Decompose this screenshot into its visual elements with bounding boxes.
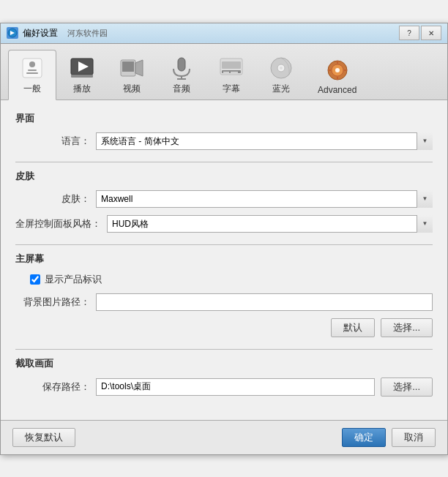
tab-video-label: 视频: [123, 83, 141, 95]
ok-button[interactable]: 确定: [342, 428, 386, 447]
tab-advanced[interactable]: Advanced: [307, 52, 367, 99]
bg-default-button[interactable]: 默认: [331, 318, 375, 337]
audio-icon: [168, 55, 195, 81]
bg-path-label: 背景图片路径：: [15, 296, 96, 309]
tab-row: 一般 播放: [1, 44, 447, 99]
tab-subtitle-label: 字幕: [223, 83, 240, 95]
content-area: 界面 语言： 系统语言 - 简体中文 ▼ 皮肤 皮肤： Maxwell: [1, 100, 447, 420]
fullscreen-row: 全屏控制面板风格： HUD风格 ▼: [15, 215, 433, 233]
svg-rect-12: [178, 58, 185, 71]
app-icon: [7, 27, 18, 39]
bg-btn-row: 默认 选择...: [15, 318, 433, 337]
show-logo-label: 显示产品标识: [45, 273, 102, 286]
tab-audio-label: 音频: [173, 83, 190, 95]
language-select[interactable]: 系统语言 - 简体中文: [96, 132, 433, 150]
skin-label: 皮肤：: [15, 192, 96, 206]
svg-rect-4: [28, 70, 37, 71]
save-path-input[interactable]: [96, 378, 375, 396]
language-row: 语言： 系统语言 - 简体中文 ▼: [15, 132, 433, 150]
save-path-row: 保存路径： 选择...: [15, 378, 433, 397]
svg-rect-7: [71, 75, 93, 78]
footer: 恢复默认 确定 取消: [1, 420, 447, 454]
tab-subtitle[interactable]: 字幕: [207, 50, 255, 99]
subtitle-icon: [218, 55, 244, 81]
screenshot-section: 截取画面 保存路径： 选择...: [15, 357, 433, 397]
tab-general[interactable]: 一般: [8, 50, 56, 100]
tab-advanced-label: Advanced: [318, 85, 356, 95]
window-title: 偏好设置: [23, 28, 58, 38]
svg-rect-19: [222, 61, 241, 69]
svg-point-22: [280, 67, 283, 70]
svg-rect-10: [122, 61, 134, 72]
bluray-icon: [268, 55, 294, 81]
video-icon: [119, 55, 145, 81]
fullscreen-select-wrapper: HUD风格 ▼: [107, 215, 433, 233]
tab-bluray[interactable]: 蓝光: [257, 50, 305, 99]
interface-title: 界面: [15, 112, 433, 125]
help-button[interactable]: ?: [399, 26, 419, 40]
language-select-wrapper: 系统语言 - 简体中文 ▼: [96, 132, 433, 150]
advanced-icon: [324, 57, 351, 83]
cancel-button[interactable]: 取消: [392, 428, 436, 447]
window-controls: ? ✕: [399, 26, 441, 40]
svg-point-3: [29, 61, 35, 67]
divider-1: [15, 162, 433, 162]
watermark-text: 河东软件园: [67, 29, 108, 37]
homescreen-section: 主屏幕 显示产品标识 背景图片路径： 默认 选择...: [15, 252, 433, 337]
svg-rect-18: [231, 72, 238, 73]
svg-point-25: [335, 68, 340, 72]
skin-select[interactable]: Maxwell: [96, 190, 433, 208]
divider-2: [15, 244, 433, 245]
show-logo-checkbox[interactable]: [30, 274, 40, 285]
play-icon: [69, 55, 95, 81]
svg-rect-2: [23, 59, 42, 78]
footer-right-buttons: 确定 取消: [342, 428, 436, 447]
tab-video[interactable]: 视频: [108, 50, 156, 99]
tab-bluray-label: 蓝光: [272, 83, 290, 95]
tab-audio[interactable]: 音频: [157, 50, 206, 99]
skin-title: 皮肤: [15, 170, 433, 183]
bg-path-input[interactable]: [96, 293, 433, 311]
tab-play[interactable]: 播放: [58, 50, 106, 99]
preferences-window: 偏好设置 河东软件园 ? ✕ 一般: [0, 23, 448, 455]
general-icon: [19, 55, 45, 81]
homescreen-title: 主屏幕: [15, 252, 433, 266]
tab-general-label: 一般: [23, 83, 41, 95]
fullscreen-select[interactable]: HUD风格: [107, 215, 433, 233]
save-path-label: 保存路径：: [15, 380, 96, 394]
show-logo-row: 显示产品标识: [15, 273, 433, 286]
screenshot-browse-button[interactable]: 选择...: [381, 378, 433, 397]
title-text: 偏好设置 河东软件园: [23, 27, 399, 40]
reset-button[interactable]: 恢复默认: [12, 428, 75, 447]
interface-section: 界面 语言： 系统语言 - 简体中文 ▼: [15, 112, 433, 150]
title-bar: 偏好设置 河东软件园 ? ✕: [1, 23, 447, 44]
skin-select-wrapper: Maxwell ▼: [96, 190, 433, 208]
language-label: 语言：: [15, 135, 96, 148]
svg-rect-17: [223, 72, 229, 73]
close-button[interactable]: ✕: [421, 26, 441, 40]
svg-rect-5: [26, 72, 38, 74]
skin-row: 皮肤： Maxwell ▼: [15, 190, 433, 208]
screenshot-title: 截取画面: [15, 357, 433, 370]
divider-3: [15, 349, 433, 350]
svg-marker-11: [135, 60, 143, 76]
tab-toolbar: 一般 播放: [1, 44, 447, 100]
bg-path-row: 背景图片路径：: [15, 293, 433, 311]
bg-browse-button[interactable]: 选择...: [381, 318, 433, 337]
fullscreen-label: 全屏控制面板风格：: [15, 217, 107, 230]
skin-section: 皮肤 皮肤： Maxwell ▼ 全屏控制面板风格： HUD风格 ▼: [15, 170, 433, 233]
tab-play-label: 播放: [73, 83, 91, 95]
